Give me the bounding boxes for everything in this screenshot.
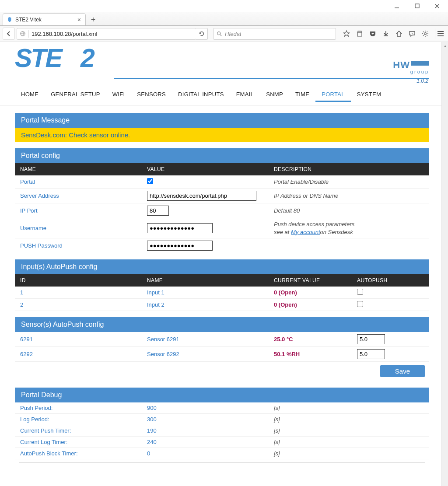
- window-titlebar: [0, 0, 448, 12]
- downloads-icon[interactable]: [381, 28, 391, 39]
- th-current: CURRENT VALUE: [269, 274, 352, 287]
- hw-text: HW: [393, 59, 410, 70]
- dbg-cur-log-label: Current Log Timer:: [15, 437, 142, 447]
- cfg-portal-label: Portal: [15, 176, 142, 187]
- sensor2-value: 50.1 %RH: [269, 349, 352, 360]
- portal-message-section: Portal Message SensDesk.com: Check senso…: [15, 113, 429, 142]
- chat-icon[interactable]: [407, 28, 417, 39]
- ste2-logo-icon: STE 2: [15, 44, 109, 74]
- dbg-cur-push-label: Current Push Timer:: [15, 426, 142, 436]
- cfg-row-server: Server Address IP Address or DNS Name: [15, 189, 429, 203]
- cfg-port-input[interactable]: [147, 206, 169, 216]
- dbg-cur-push-value: 190: [142, 426, 269, 436]
- sensor1-autopush-input[interactable]: [357, 334, 385, 344]
- svg-point-7: [412, 33, 413, 34]
- cfg-portal-checkbox[interactable]: [147, 178, 153, 184]
- browser-toolbar-icons: [338, 28, 445, 39]
- dbg-push-period: Push Period: 900 [s]: [15, 402, 429, 414]
- input2-autopush-checkbox[interactable]: [357, 301, 363, 307]
- browser-tab[interactable]: STE2 Vitek ×: [3, 13, 86, 25]
- sensor1-value: 25.0 °C: [269, 334, 352, 345]
- debug-log-textarea[interactable]: [19, 462, 425, 486]
- window-maximize-button[interactable]: [407, 0, 427, 12]
- cfg-user-input[interactable]: [147, 223, 213, 233]
- nav-time[interactable]: TIME: [289, 87, 315, 102]
- svg-text:2: 2: [80, 44, 95, 73]
- inputs-autopush-thead: ID NAME CURRENT VALUE AUTOPUSH: [15, 274, 429, 287]
- sensdesk-link[interactable]: SensDesk.com: Check sensor online.: [21, 131, 130, 139]
- sensor2-autopush-input[interactable]: [357, 349, 385, 359]
- pocket-icon[interactable]: [368, 28, 378, 39]
- url-input[interactable]: 192.168.100.28/portal.xml: [17, 28, 196, 40]
- portal-config-section: Portal config NAME VALUE DESCRIPTION Por…: [15, 148, 429, 253]
- input1-autopush-checkbox[interactable]: [357, 289, 363, 295]
- firmware-version: 1.0.2: [0, 74, 441, 84]
- url-text: 192.168.100.28/portal.xml: [32, 31, 195, 37]
- search-input[interactable]: Hledat: [213, 28, 336, 40]
- sensor2-id: 6292: [15, 349, 142, 360]
- menu-hamburger-icon[interactable]: [435, 28, 445, 39]
- dbg-ap-block-label: AutoPush Block Timer:: [15, 448, 142, 458]
- cfg-server-input[interactable]: [147, 191, 256, 201]
- home-icon[interactable]: [394, 28, 404, 39]
- tab-close-button[interactable]: ×: [77, 16, 82, 23]
- dbg-ap-block-value: 0: [142, 448, 269, 458]
- browser-address-bar: 192.168.100.28/portal.xml Hledat: [0, 26, 448, 42]
- nav-general-setup[interactable]: GENERAL SETUP: [45, 87, 106, 102]
- cfg-user-label: Username: [15, 223, 142, 234]
- cfg-server-desc: IP Address or DNS Name: [269, 190, 429, 201]
- gear-icon[interactable]: [420, 28, 430, 39]
- cfg-port-desc: Default 80: [269, 205, 429, 216]
- sensor2-name: Sensor 6292: [142, 349, 269, 360]
- th-autopush: AUTOPUSH: [352, 274, 429, 287]
- my-account-link[interactable]: My account: [291, 229, 320, 235]
- th-id: ID: [15, 274, 142, 287]
- bookmark-star-icon[interactable]: [341, 28, 352, 39]
- scroll-up-icon[interactable]: ▴: [442, 42, 448, 49]
- cfg-pass-input[interactable]: [147, 241, 213, 251]
- nav-back-button[interactable]: [3, 28, 15, 40]
- sensors-autopush-section: Sensor(s) AutoPush config 6291 Sensor 62…: [15, 317, 429, 381]
- cfg-row-username: Username Push device access parameters s…: [15, 218, 429, 238]
- nav-snmp[interactable]: SNMP: [260, 87, 289, 102]
- cfg-portal-desc: Portal Enable/Disable: [269, 176, 429, 187]
- nav-wifi[interactable]: WIFI: [106, 87, 131, 102]
- browser-tabstrip: STE2 Vitek × +: [0, 12, 448, 26]
- url-separator: [28, 30, 29, 38]
- input1-value: 0 (Open): [269, 287, 352, 298]
- nav-portal[interactable]: PORTAL: [315, 87, 351, 102]
- svg-point-8: [424, 33, 427, 35]
- window-close-button[interactable]: [427, 0, 447, 12]
- vertical-scrollbar[interactable]: ▴: [441, 42, 448, 486]
- sensor-row: 6292 Sensor 6292 50.1 %RH: [15, 347, 429, 362]
- nav-email[interactable]: EMAIL: [230, 87, 260, 102]
- library-icon[interactable]: [354, 28, 365, 39]
- main-nav: HOME GENERAL SETUP WIFI SENSORS DIGITAL …: [0, 85, 441, 106]
- input-row: 2 Input 2 0 (Open): [15, 299, 429, 311]
- nav-digital-inputs[interactable]: DIGITAL INPUTS: [172, 87, 230, 102]
- dbg-cur-push: Current Push Timer: 190 [s]: [15, 425, 429, 437]
- th-name: NAME: [15, 163, 142, 175]
- portal-config-heading: Portal config: [15, 148, 429, 163]
- portal-debug-heading: Portal Debug: [15, 388, 429, 402]
- nav-system[interactable]: SYSTEM: [351, 87, 387, 102]
- save-button[interactable]: Save: [380, 365, 425, 377]
- cfg-row-portal: Portal Portal Enable/Disable: [15, 175, 429, 189]
- th-description: DESCRIPTION: [269, 163, 429, 175]
- svg-rect-1: [415, 4, 419, 8]
- window-minimize-button[interactable]: [387, 0, 407, 12]
- sensor1-id: 6291: [15, 334, 142, 345]
- cfg-pass-label: PUSH Password: [15, 240, 142, 251]
- th-value: VALUE: [142, 163, 269, 175]
- inputs-autopush-heading: Input(s) AutoPush config: [15, 259, 429, 274]
- dbg-log-period-label: Log Period:: [15, 414, 142, 424]
- reload-button[interactable]: [196, 28, 208, 40]
- dbg-push-period-label: Push Period:: [15, 403, 142, 413]
- nav-home[interactable]: HOME: [15, 87, 45, 102]
- new-tab-button[interactable]: +: [88, 14, 99, 25]
- portal-debug-section: Portal Debug Push Period: 900 [s] Log Pe…: [15, 388, 429, 486]
- nav-sensors[interactable]: SENSORS: [131, 87, 172, 102]
- cfg-push-desc: Push device access parameters see at My …: [269, 218, 429, 238]
- search-placeholder: Hledat: [225, 31, 242, 37]
- header-divider: [114, 78, 429, 79]
